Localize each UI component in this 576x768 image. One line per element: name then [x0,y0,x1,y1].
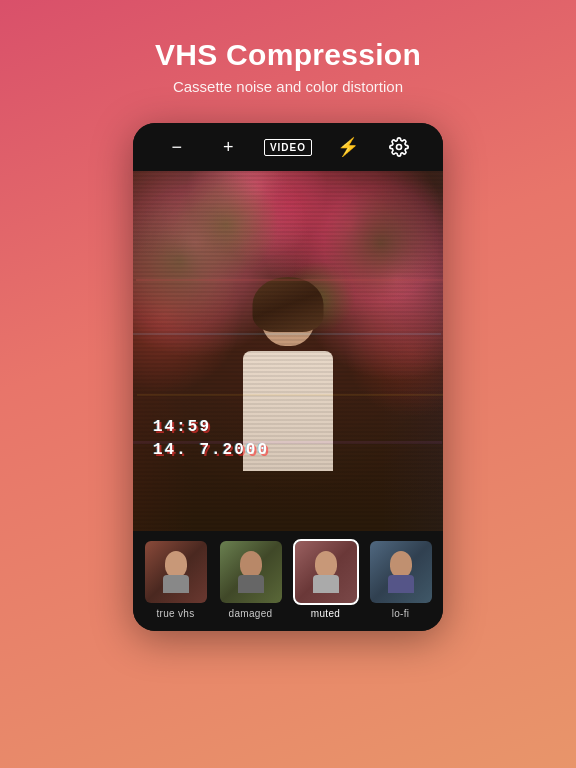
vhs-timestamp: 14:59 14. 7.2000 [153,416,269,461]
flash-button[interactable]: ⚡ [332,131,364,163]
camera-view: 14:59 14. 7.2000 [133,171,443,531]
person-hair [253,277,324,332]
filter-label-muted: muted [311,608,340,619]
timestamp-time: 14:59 [153,416,269,438]
settings-button[interactable] [383,131,415,163]
filter-lofi[interactable]: lo-fi [366,541,435,619]
zoom-in-button[interactable]: + [212,131,244,163]
filter-thumb-lofi [370,541,432,603]
zoom-out-button[interactable]: − [161,131,193,163]
filter-label-damaged: damaged [229,608,273,619]
page-title: VHS Compression [155,38,421,72]
filter-damaged[interactable]: damaged [216,541,285,619]
filter-label-true-vhs: true vhs [157,608,195,619]
video-mode-badge[interactable]: VIDEO [264,139,312,156]
device-frame: − + VIDEO ⚡ [133,123,443,631]
timestamp-date: 14. 7.2000 [153,439,269,461]
filters-strip: true vhs damaged [133,531,443,631]
filter-muted[interactable]: muted [291,541,360,619]
toolbar: − + VIDEO ⚡ [133,123,443,171]
filter-thumb-muted [295,541,357,603]
person-head [261,281,316,346]
filter-true-vhs[interactable]: true vhs [141,541,210,619]
filter-label-lofi: lo-fi [392,608,410,619]
filter-thumb-damaged [220,541,282,603]
svg-point-0 [397,145,402,150]
filter-thumb-true-vhs [145,541,207,603]
page-subtitle: Cassette noise and color distortion [173,78,403,95]
